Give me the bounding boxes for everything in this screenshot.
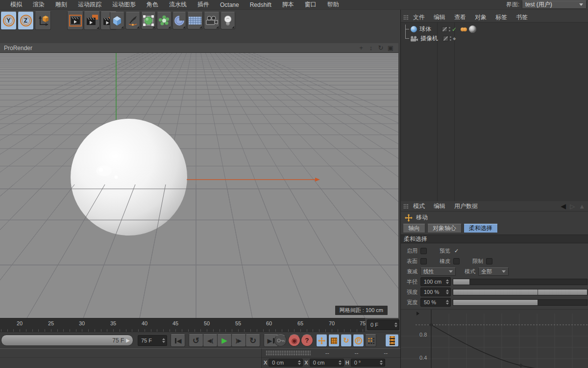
lock-panel-icon[interactable]: ▲ bbox=[579, 203, 585, 210]
volume-button[interactable] bbox=[172, 12, 186, 29]
panel-handle-icon[interactable] bbox=[403, 15, 409, 20]
menu-window[interactable]: 窗口 bbox=[299, 0, 322, 9]
render-view-button[interactable] bbox=[67, 11, 83, 30]
radius-slider[interactable] bbox=[453, 279, 588, 285]
mograph-button[interactable] bbox=[157, 12, 172, 29]
object-name[interactable]: 摄像机 bbox=[420, 34, 443, 43]
keyframe-selection-button[interactable]: ? bbox=[301, 334, 313, 346]
y-axis-lock-button[interactable]: Y bbox=[0, 11, 17, 30]
object-name[interactable]: 球体 bbox=[419, 25, 442, 33]
om-menu-view[interactable]: 查看 bbox=[450, 13, 470, 22]
coord-mode-3[interactable]: -- bbox=[371, 350, 400, 357]
coord-field-x1[interactable]: 0 cm bbox=[269, 359, 303, 367]
section-header[interactable]: 柔和选择 bbox=[401, 235, 588, 243]
keying-parameter-button[interactable]: P bbox=[353, 334, 364, 347]
view-maximize-icon[interactable]: ▣ bbox=[387, 44, 394, 52]
tab-object-axis[interactable]: 对象轴心 bbox=[427, 224, 462, 233]
next-frame-button[interactable]: )▶ bbox=[231, 334, 246, 347]
om-menu-edit[interactable]: 编辑 bbox=[429, 13, 450, 22]
om-menu-tags[interactable]: 标签 bbox=[491, 13, 512, 22]
go-to-start-button[interactable]: ◀ bbox=[171, 334, 185, 347]
primitive-cube-button[interactable] bbox=[110, 12, 124, 29]
view-rotate-icon[interactable]: ↻ bbox=[377, 44, 385, 52]
phong-tag-icon[interactable] bbox=[469, 26, 476, 33]
mode-dropdown[interactable]: 全部 bbox=[478, 267, 509, 276]
layer-box-icon[interactable] bbox=[443, 36, 448, 41]
coord-mode-2[interactable]: -- bbox=[342, 350, 371, 357]
om-menu-bookmarks[interactable]: 书签 bbox=[512, 13, 532, 22]
enabled-check-icon[interactable]: ✓ bbox=[452, 26, 457, 33]
visibility-dots-icon[interactable] bbox=[449, 27, 450, 31]
history-forward-icon[interactable]: ▷ bbox=[570, 203, 575, 210]
am-menu-mode[interactable]: 模式 bbox=[409, 202, 429, 210]
falloff-dropdown[interactable]: 线性 bbox=[420, 267, 456, 276]
menu-pipeline[interactable]: 流水线 bbox=[164, 0, 192, 9]
width-field[interactable]: 50 % bbox=[420, 298, 451, 307]
enable-checkbox[interactable] bbox=[420, 248, 427, 254]
end-frame-spinner[interactable] bbox=[161, 336, 166, 345]
previous-frame-button[interactable]: ◀( bbox=[203, 334, 218, 347]
range-handle-icon[interactable]: ▶ bbox=[126, 338, 130, 343]
surface-checkbox[interactable] bbox=[420, 258, 427, 264]
coord-field-h[interactable]: 0 ° bbox=[351, 359, 385, 367]
menu-plugins[interactable]: 插件 bbox=[192, 0, 215, 9]
coord-field-x2[interactable]: 0 cm bbox=[310, 359, 344, 367]
frame-spinner[interactable] bbox=[393, 320, 398, 330]
menu-character[interactable]: 角色 bbox=[141, 0, 164, 9]
limit-checkbox[interactable] bbox=[486, 258, 492, 264]
strength-slider[interactable] bbox=[453, 289, 588, 295]
menu-octane[interactable]: Octane bbox=[215, 1, 245, 8]
play-forward-button[interactable]: ↻ bbox=[245, 334, 260, 347]
am-menu-edit[interactable]: 编辑 bbox=[429, 202, 450, 210]
om-menu-file[interactable]: 文件 bbox=[409, 13, 429, 22]
preview-checkbox[interactable]: ✓ bbox=[453, 248, 460, 254]
coordinate-system-button[interactable] bbox=[35, 11, 51, 30]
end-frame-field[interactable]: 75 F bbox=[138, 335, 167, 346]
menu-sculpt[interactable]: 雕刻 bbox=[50, 0, 73, 9]
tab-axis[interactable]: 轴向 bbox=[403, 224, 425, 233]
timeline-range-slider[interactable]: 75 F ▶ bbox=[1, 335, 133, 346]
current-frame-field[interactable]: 0 F bbox=[367, 319, 399, 330]
camera-target-icon[interactable]: ⌖ bbox=[453, 35, 456, 42]
interface-dropdown[interactable]: test (用户) bbox=[522, 0, 587, 9]
object-row-camera[interactable]: 摄像机 ⌖ bbox=[401, 34, 588, 43]
strength-spinner[interactable] bbox=[445, 288, 449, 296]
simulate-cloth-button[interactable] bbox=[187, 12, 203, 29]
coord-mode-1[interactable]: -- bbox=[313, 350, 342, 357]
object-manager-list[interactable]: 球体 ✓ 摄像机 ⌖ bbox=[401, 23, 588, 201]
keying-point-level-button[interactable] bbox=[365, 334, 376, 347]
menu-simulate[interactable]: 模拟 bbox=[5, 0, 27, 9]
menu-render[interactable]: 渲染 bbox=[27, 0, 50, 9]
width-spinner[interactable] bbox=[445, 298, 449, 306]
material-manager-panel[interactable] bbox=[0, 348, 261, 368]
eraser-checkbox[interactable] bbox=[453, 258, 460, 264]
selection-tag-icon[interactable] bbox=[463, 27, 467, 31]
keying-position-button[interactable] bbox=[316, 334, 327, 347]
keying-scale-button[interactable] bbox=[328, 334, 340, 347]
timeline-ruler[interactable]: 20 25 30 35 40 45 50 55 60 65 70 75 bbox=[0, 318, 365, 332]
z-axis-lock-button[interactable]: Z bbox=[18, 11, 34, 30]
history-back-icon[interactable]: ◀ bbox=[561, 202, 566, 210]
menu-mograph[interactable]: 运动图形 bbox=[107, 0, 141, 9]
panel-handle-icon[interactable] bbox=[266, 350, 311, 356]
spline-pen-button[interactable] bbox=[125, 12, 140, 29]
radius-field[interactable]: 100 cm bbox=[420, 277, 451, 286]
view-zoom-icon[interactable]: ↕ bbox=[367, 44, 375, 52]
layer-box-icon[interactable] bbox=[442, 26, 447, 32]
subdivision-surface-button[interactable] bbox=[141, 12, 156, 29]
menu-redshift[interactable]: Redshift bbox=[245, 1, 277, 8]
strength-field[interactable]: 100 % bbox=[420, 288, 451, 296]
falloff-curve-editor[interactable]: 0.8 0.4 bbox=[401, 309, 588, 368]
width-slider[interactable] bbox=[453, 299, 588, 306]
visibility-dots-icon[interactable] bbox=[450, 36, 451, 41]
panel-handle-icon[interactable] bbox=[403, 204, 409, 209]
record-keyframe-button[interactable]: ◉ bbox=[288, 334, 300, 346]
coord-spinner[interactable] bbox=[379, 359, 384, 366]
am-menu-userdata[interactable]: 用户数据 bbox=[450, 202, 482, 210]
tab-soft-selection[interactable]: 柔和选择 bbox=[464, 224, 498, 233]
autokey-button[interactable] bbox=[274, 334, 287, 346]
light-button[interactable] bbox=[220, 12, 235, 29]
om-menu-objects[interactable]: 对象 bbox=[470, 13, 491, 22]
menu-motion-tracker[interactable]: 运动跟踪 bbox=[73, 0, 107, 9]
viewport-3d[interactable]: 网格间距 : 100 cm bbox=[0, 53, 398, 318]
